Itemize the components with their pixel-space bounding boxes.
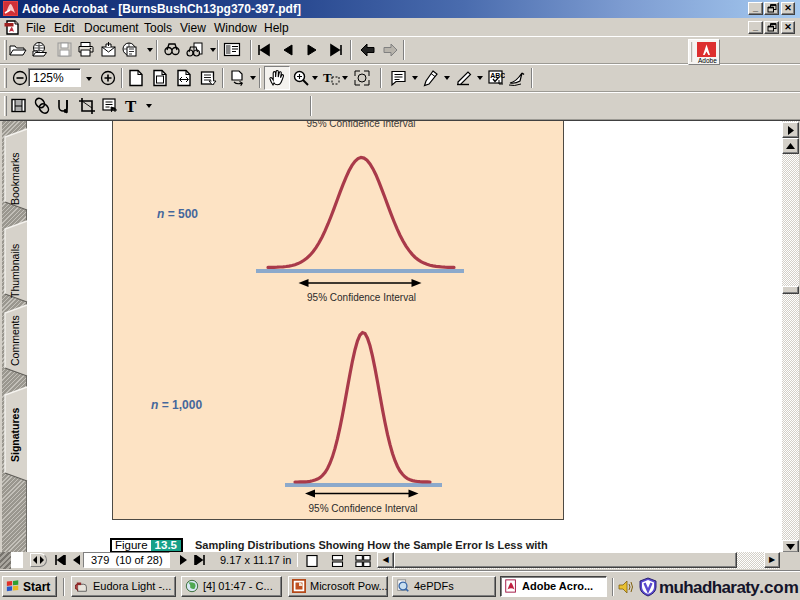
svg-text:95% Confidence Interval: 95% Confidence Interval — [307, 121, 416, 129]
svg-text:Bookmarks: Bookmarks — [9, 152, 21, 205]
svg-text:Thumbnails: Thumbnails — [9, 244, 21, 298]
svg-text:95% Confidence Interval: 95% Confidence Interval — [309, 503, 418, 514]
svg-text:T: T — [125, 97, 137, 115]
svg-text:95% Confidence Interval: 95% Confidence Interval — [307, 292, 416, 303]
svg-text:T: T — [323, 70, 332, 85]
svg-text:Signatures: Signatures — [9, 408, 21, 462]
svg-text:n = 1,000: n = 1,000 — [151, 398, 202, 412]
svg-text:n = 500: n = 500 — [157, 207, 198, 221]
svg-text:Comments: Comments — [9, 315, 21, 366]
